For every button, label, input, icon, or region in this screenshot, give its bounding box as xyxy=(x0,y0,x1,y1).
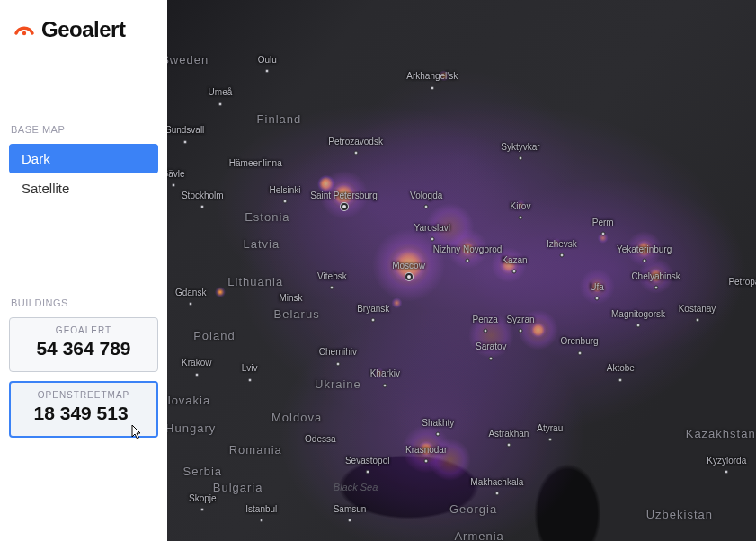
city-dot xyxy=(335,361,340,366)
country-label: Lithuania xyxy=(227,275,283,288)
buildings-group: GEOALERT 54 364 789 OPENSTREETMAP 18 349… xyxy=(9,317,158,438)
city-dot xyxy=(371,318,376,323)
city-dot xyxy=(559,253,564,258)
country-label: Latvia xyxy=(243,236,280,250)
city-dot xyxy=(430,85,434,90)
buildings-card-value: 54 364 789 xyxy=(17,338,150,359)
city-dot xyxy=(642,259,646,263)
country-label: Uzbekistan xyxy=(646,507,713,520)
city-dot xyxy=(600,232,605,236)
city-dot xyxy=(695,318,699,323)
city-dot xyxy=(636,324,641,328)
city-dot xyxy=(182,139,187,144)
country-label: Ukraine xyxy=(315,377,361,391)
logo[interactable]: Geoalert xyxy=(9,16,158,43)
city-dot xyxy=(247,377,252,382)
city-dot xyxy=(489,356,494,360)
city-dot xyxy=(330,286,334,290)
buildings-card-geoalert[interactable]: GEOALERT 54 364 789 xyxy=(9,317,158,372)
country-label: Georgia xyxy=(449,501,497,515)
city-dot xyxy=(365,469,369,474)
city-dot xyxy=(466,259,470,263)
city-dot xyxy=(654,286,658,290)
country-label: Kazakhstan xyxy=(686,426,756,439)
country-label: Romania xyxy=(229,442,282,456)
buildings-card-value: 18 349 513 xyxy=(18,403,149,424)
city-dot xyxy=(595,297,600,301)
basemap-option-satellite[interactable]: Satellite xyxy=(9,173,158,203)
sea-label: Black Sea xyxy=(334,482,378,492)
svg-point-0 xyxy=(22,31,26,35)
country-label: Sweden xyxy=(167,53,209,67)
city-dot xyxy=(200,508,205,512)
buildings-card-label: GEOALERT xyxy=(17,325,150,335)
city-dot xyxy=(283,199,288,203)
city-dot xyxy=(519,155,523,160)
country-label: Serbia xyxy=(183,464,223,477)
basemap-group: Dark Satellite xyxy=(9,144,158,203)
country-label: Estonia xyxy=(245,209,289,223)
city-dot xyxy=(353,150,358,155)
country-label: Moldova xyxy=(271,410,322,423)
city-dot xyxy=(512,270,517,274)
city-dot xyxy=(577,350,582,355)
city-dot xyxy=(547,437,552,441)
country-label: Bulgaria xyxy=(213,480,263,493)
city-dot xyxy=(259,519,263,523)
city-dot xyxy=(194,372,199,377)
city-dot xyxy=(348,519,352,523)
basemap-section-label: BASE MAP xyxy=(9,124,158,135)
city-dot xyxy=(424,458,429,463)
country-label: Finland xyxy=(257,112,302,126)
city-dot xyxy=(383,383,387,387)
city-dot xyxy=(218,102,222,106)
city-dot xyxy=(483,329,487,333)
geoalert-logo-icon xyxy=(13,16,36,43)
city-dot xyxy=(618,377,623,382)
city-dot xyxy=(200,204,205,208)
city-dot xyxy=(424,204,429,208)
country-label: Slovakia xyxy=(167,394,210,407)
city-dot xyxy=(725,469,729,474)
basemap-option-dark[interactable]: Dark xyxy=(9,144,158,173)
map-canvas[interactable]: SwedenFinlandEstoniaLatviaLithuaniaBelar… xyxy=(167,0,756,541)
buildings-section-label: BUILDINGS xyxy=(9,297,158,308)
city-dot xyxy=(430,237,434,242)
sidebar: Geoalert BASE MAP Dark Satellite BUILDIN… xyxy=(0,0,167,541)
city-dot xyxy=(519,329,523,333)
country-label: Poland xyxy=(193,329,235,342)
country-label: Hungary xyxy=(167,421,216,434)
heatmap-layer xyxy=(167,0,756,541)
buildings-card-label: OPENSTREETMAP xyxy=(18,390,149,400)
city-dot xyxy=(494,492,499,496)
country-label: Armenia xyxy=(454,528,503,541)
city-dot xyxy=(436,431,440,436)
city-dot xyxy=(189,302,193,306)
city-dot xyxy=(405,273,413,280)
city-dot xyxy=(341,203,348,210)
city-dot xyxy=(506,442,511,447)
logo-text: Geoalert xyxy=(41,17,125,42)
city-dot xyxy=(519,216,523,220)
buildings-card-openstreetmap[interactable]: OPENSTREETMAP 18 349 513 xyxy=(9,381,158,438)
city-dot xyxy=(265,69,270,74)
city-dot xyxy=(171,182,175,187)
country-label: Belarus xyxy=(274,307,320,321)
